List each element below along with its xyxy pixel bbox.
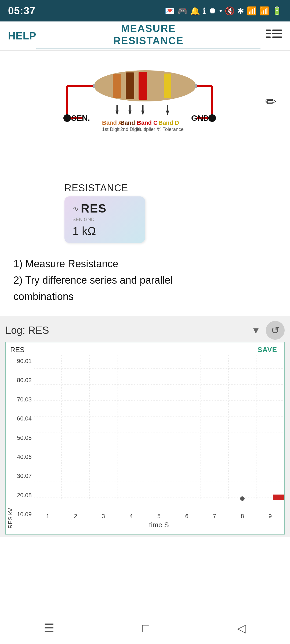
svg-rect-1 [266,30,271,31]
y-tick-2: 80.02 [15,377,34,384]
svg-rect-62 [273,495,284,500]
y-tick-7: 30.07 [15,473,34,480]
svg-text:1st Digit: 1st Digit [102,127,119,132]
refresh-button[interactable]: ↺ [266,321,285,340]
svg-marker-27 [128,111,132,115]
y-tick-9: 10.09 [15,511,34,518]
y-ticks: 90.01 80.02 70.03 60.04 50.05 40.06 30.0… [15,355,34,531]
log-controls: ▼ ↺ [251,321,285,340]
svg-text:% Tolerance: % Tolerance [157,127,184,132]
x-tick-9: 9 [269,513,272,520]
resistor-svg: SEN. GND Band A 1st Digit Band B 2nd Dig… [51,64,239,118]
back-button[interactable]: ◁ [237,621,246,635]
bluetooth-icon: ✱ [237,6,244,16]
svg-point-14 [208,114,216,122]
home-button[interactable]: □ [142,621,149,635]
bell-icon: 🔔 [190,6,200,16]
chart-series-label: RES [10,346,24,354]
help-button[interactable]: HELP [8,30,36,42]
battery-icon: 🔋 [272,6,282,16]
bottom-nav: ☰ □ ◁ [0,612,290,644]
y-tick-4: 60.04 [15,415,34,422]
x-tick-2: 2 [74,513,77,520]
svg-rect-2 [272,30,282,31]
sen-gnd-label: SEN GND [73,217,137,222]
svg-rect-5 [266,36,271,38]
top-nav: HELP MEASURE RESISTANCE [0,21,290,51]
status-icons: 💌 🎮 🔔 ℹ ⏺ • 🔇 ✱ 📶 📶 🔋 [165,6,282,16]
dot-icon: • [219,6,222,15]
x-ticks: 1 2 3 4 5 6 7 8 9 [34,512,284,520]
wifi-icon: 📶 [247,6,257,16]
svg-rect-6 [272,36,282,38]
status-bar: 05:37 💌 🎮 🔔 ℹ ⏺ • 🔇 ✱ 📶 📶 🔋 [0,0,290,21]
svg-text:Band A: Band A [102,119,122,126]
edit-icon[interactable]: ✏ [265,94,277,109]
y-tick-5: 50.05 [15,434,34,441]
svg-marker-31 [166,111,169,115]
svg-text:GND: GND [191,114,209,122]
x-tick-3: 3 [102,513,105,520]
y-axis-label: RES kV [6,355,15,531]
hamburger-menu-button[interactable]: ☰ [44,621,54,635]
y-tick-1: 90.01 [15,358,34,365]
info-icon: ℹ [203,6,206,16]
gamepad-icon: 🎮 [177,6,187,16]
svg-text:SEN.: SEN. [71,114,90,122]
resistance-card: ∿ RES SEN GND 1 kΩ [64,196,145,243]
instruction-1: 1) Measure Resistance [13,256,277,272]
record-icon: ⏺ [208,6,216,15]
resistance-section: RESISTANCE ∿ RES SEN GND 1 kΩ [11,182,279,243]
page-title: MEASURE RESISTANCE [113,23,184,47]
x-tick-5: 5 [157,513,161,520]
mute-icon: 🔇 [225,6,235,16]
svg-text:Band D: Band D [158,119,179,126]
log-header: Log: RES ▼ ↺ [5,321,285,340]
svg-text:Band C: Band C [137,119,158,126]
instruction-3: combinations [13,289,277,304]
instruction-2: 2) Try difference series and parallel [13,273,277,288]
svg-rect-4 [272,33,282,34]
y-tick-8: 20.08 [15,492,34,499]
y-tick-3: 70.03 [15,396,34,403]
svg-rect-21 [126,72,134,99]
x-tick-4: 4 [129,513,133,520]
x-tick-8: 8 [241,513,244,520]
instructions: 1) Measure Resistance 2) Try difference … [11,251,279,313]
svg-marker-25 [115,111,119,115]
svg-rect-20 [113,74,121,98]
svg-text:Multiplier: Multiplier [136,127,155,132]
nav-title-block: MEASURE RESISTANCE [36,23,260,49]
chart-grid-area: 1 2 3 4 5 6 7 8 9 time S [34,355,284,531]
main-content: ✏ [0,51,290,313]
x-tick-7: 7 [213,513,216,520]
svg-rect-23 [164,74,171,98]
log-section: Log: RES ▼ ↺ RES SAVE RES kV 90.01 80.02… [0,316,290,537]
svg-point-13 [63,114,71,122]
status-time: 05:37 [8,5,35,17]
menu-icon[interactable] [266,28,282,44]
resistor-diagram: ✏ [11,59,279,177]
notification-icon: 💌 [165,6,175,16]
chart-top-bar: RES SAVE [6,342,284,355]
y-tick-6: 40.06 [15,453,34,460]
res-card-label: RES [81,202,107,215]
ohm-icon: ∿ [73,204,79,213]
svg-marker-29 [141,111,144,115]
x-tick-6: 6 [185,513,188,520]
svg-rect-3 [266,33,271,34]
svg-rect-22 [139,72,147,100]
signal-icon: 📶 [259,6,269,16]
log-dropdown-button[interactable]: ▼ [251,325,260,336]
resistance-label: RESISTANCE [64,182,279,194]
log-title: Log: RES [5,325,49,336]
resistance-value: 1 kΩ [73,225,137,237]
resistance-card-header: ∿ RES [73,202,137,215]
save-button[interactable]: SAVE [255,345,280,355]
x-tick-1: 1 [46,513,49,520]
x-axis-label: time S [34,520,284,531]
chart-container: RES SAVE RES kV 90.01 80.02 70.03 60.04 … [5,342,285,535]
